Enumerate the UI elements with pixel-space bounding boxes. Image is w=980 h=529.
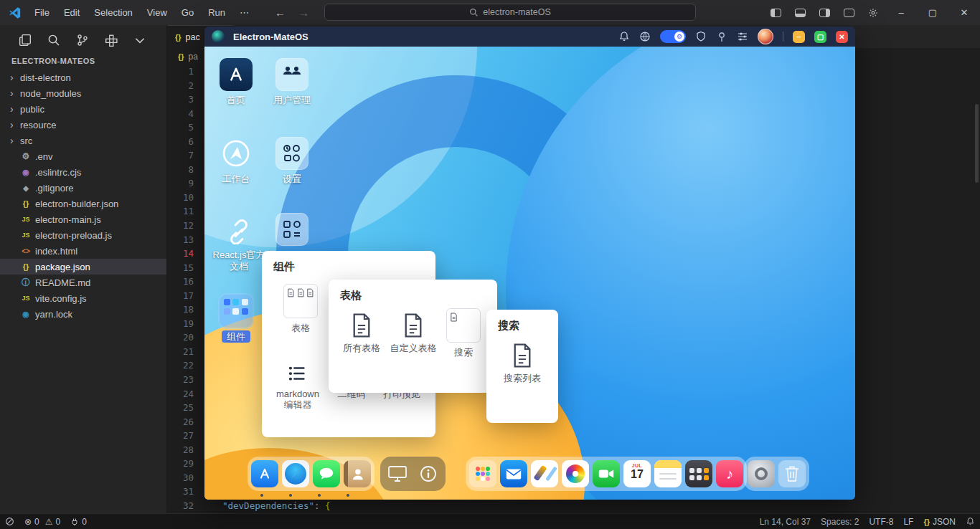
command-center-search[interactable]: electron-mateOS [324, 4, 696, 21]
tree-file-electron-main-js[interactable]: JSelectron-main.js [0, 211, 166, 227]
tree-file-vite-config-js[interactable]: JSvite.config.js [0, 290, 166, 306]
tree-folder-node-modules[interactable]: ›node_modules [0, 85, 166, 101]
customize-layout-icon[interactable] [837, 0, 861, 25]
dock-calculator-icon[interactable] [685, 460, 712, 487]
dock-assistive-icon[interactable] [748, 460, 775, 487]
plug-icon [70, 518, 79, 526]
menu-item-custom-table[interactable]: 自定义表格 [387, 313, 439, 353]
ports-indicator[interactable]: 0 [65, 514, 92, 529]
dock-facetime-icon[interactable] [593, 460, 620, 487]
explorer-section-title[interactable]: ELECTRON-MATEOS [0, 54, 166, 70]
app-maximize-button[interactable]: ▢ [814, 31, 826, 43]
tree-file-package-json[interactable]: {}package.json [0, 259, 166, 275]
user-avatar[interactable] [758, 29, 773, 44]
menu-edit[interactable]: Edit [58, 5, 85, 20]
tree-file-electron-builder-json[interactable]: {}electron-builder.json [0, 196, 166, 211]
dock-messages-icon[interactable] [313, 460, 340, 487]
menu-go[interactable]: Go [176, 5, 199, 20]
dock-mail-icon[interactable] [500, 460, 527, 487]
settings-gear-icon[interactable] [861, 0, 885, 25]
toggle-panel-icon[interactable] [788, 0, 812, 25]
language-globe-icon[interactable] [639, 31, 651, 42]
components-grid-icon [220, 295, 253, 328]
dock-music-icon[interactable]: ♪ [716, 460, 743, 487]
tree-file-electron-preload-js[interactable]: JSelectron-preload.js [0, 227, 166, 243]
info-file-icon: ⓘ [20, 277, 32, 289]
search-icon[interactable] [47, 34, 60, 47]
menu-item-all-tables[interactable]: 所有表格 [339, 313, 385, 353]
desktop-icon-workbench[interactable]: 工作台 [206, 137, 266, 185]
dock-launchpad-icon[interactable] [469, 460, 496, 487]
dock-display-icon[interactable] [384, 460, 411, 487]
menu-item-search-submenu[interactable]: 搜索 [442, 308, 485, 358]
source-control-icon[interactable] [76, 34, 89, 47]
toggle-secondary-sidebar-icon[interactable] [812, 0, 837, 25]
dock-trash-icon[interactable] [778, 460, 806, 487]
chevron-down-icon[interactable] [133, 34, 146, 47]
dock-photos-icon[interactable] [562, 460, 589, 487]
tree-file-env[interactable]: ⚙.env [0, 148, 166, 164]
forward-arrow-icon[interactable]: → [298, 6, 309, 19]
menu-file[interactable]: File [29, 5, 55, 20]
desktop-icon-users[interactable]: 用户管理 [262, 58, 322, 106]
notifications-bell[interactable] [961, 514, 980, 529]
tree-file-gitignore[interactable]: ◆.gitignore [0, 180, 166, 196]
dock-info-icon[interactable] [415, 460, 442, 487]
menu-item-search-list[interactable]: 搜索列表 [496, 343, 548, 383]
dock-editor-pen-icon[interactable] [531, 460, 558, 487]
shield-icon[interactable] [695, 31, 707, 42]
remote-indicator[interactable] [0, 514, 19, 529]
tree-file-eslintrc[interactable]: ◉.eslintrc.cjs [0, 164, 166, 180]
tree-folder-resource[interactable]: ›resource [0, 117, 166, 133]
dock-appstore-icon[interactable] [251, 460, 278, 487]
pin-icon[interactable] [716, 31, 727, 42]
extensions-icon[interactable] [105, 34, 118, 47]
desktop-icon-misc[interactable] [262, 213, 322, 246]
language-mode[interactable]: {}JSON [918, 514, 961, 529]
toggle-sidebar-icon[interactable] [763, 0, 788, 25]
menu-item-table[interactable]: 表格 [279, 284, 322, 333]
toggle-knob-icon: ⚙ [674, 32, 684, 42]
explorer-sidebar: ELECTRON-MATEOS ›dist-electron ›node_mod… [0, 25, 167, 513]
code-line-32[interactable]: "devDependencies": { [201, 499, 331, 513]
menu-more[interactable]: ⋯ [234, 5, 255, 20]
electron-mateos-window: Electron-MateOS ⚙ – ▢ ✕ 首页 [204, 27, 855, 500]
tree-file-yarn-lock[interactable]: ◉yarn.lock [0, 306, 166, 322]
eol-sequence[interactable]: LF [898, 514, 918, 529]
app-minimize-button[interactable]: – [793, 31, 805, 43]
menu-view[interactable]: View [141, 5, 173, 20]
bell-icon[interactable] [618, 31, 630, 42]
menu-item-markdown[interactable]: markdown编辑器 [270, 363, 325, 410]
editor-scrollbar[interactable] [975, 104, 979, 183]
chevron-right-icon: › [10, 104, 20, 114]
close-button[interactable]: ✕ [948, 0, 980, 25]
cursor-position[interactable]: Ln 14, Col 37 [755, 514, 816, 529]
menu-selection[interactable]: Selection [88, 5, 138, 20]
desktop-icon-home[interactable]: 首页 [206, 58, 266, 106]
minimize-button[interactable]: – [885, 0, 917, 25]
indentation[interactable]: Spaces: 2 [816, 514, 864, 529]
dock-notes-icon[interactable] [654, 460, 682, 487]
menubar: File Edit Selection View Go Run ⋯ [29, 5, 255, 20]
problems-indicator[interactable]: ⊗0 ⚠0 [19, 514, 65, 529]
sliders-icon[interactable] [737, 31, 748, 42]
tree-folder-src[interactable]: ›src [0, 133, 166, 148]
encoding[interactable]: UTF-8 [864, 514, 898, 529]
desktop-icon-components[interactable]: 组件 [206, 295, 266, 343]
breadcrumb[interactable]: {} pa [168, 48, 198, 65]
dock-safari-icon[interactable] [282, 460, 309, 487]
desktop-icon-settings[interactable]: 设置 [262, 137, 322, 185]
theme-toggle[interactable]: ⚙ [660, 30, 686, 43]
explorer-files-icon[interactable] [19, 34, 32, 47]
dock-contacts-icon[interactable] [344, 460, 371, 487]
back-arrow-icon[interactable]: ← [275, 6, 286, 19]
tree-folder-dist-electron[interactable]: ›dist-electron [0, 70, 166, 85]
tree-file-readme-md[interactable]: ⓘREADME.md [0, 275, 166, 290]
maximize-button[interactable]: ▢ [917, 0, 948, 25]
app-close-button[interactable]: ✕ [836, 31, 848, 43]
app-title: Electron-MateOS [233, 32, 308, 42]
dock-calendar-icon[interactable]: JUL 17 [623, 460, 651, 487]
tree-folder-public[interactable]: ›public [0, 101, 166, 117]
tree-file-index-html[interactable]: <>index.html [0, 243, 166, 259]
menu-run[interactable]: Run [202, 5, 231, 20]
